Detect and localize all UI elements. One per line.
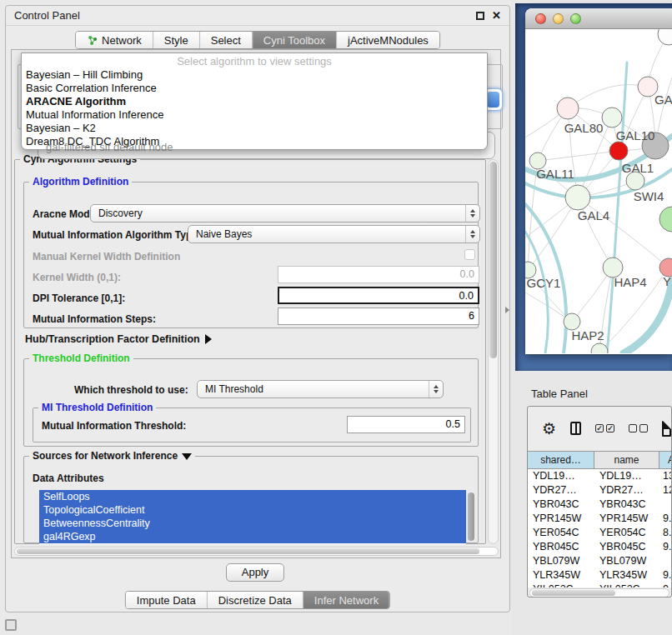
aracne-mode-value: Discovery <box>98 208 143 219</box>
tab-network[interactable]: Network <box>76 32 153 48</box>
data-attributes-label: Data Attributes <box>33 472 104 484</box>
network-node[interactable] <box>565 185 590 210</box>
close-icon[interactable]: ✕ <box>492 12 501 20</box>
table-row[interactable]: YBR045CYBR045C9. <box>528 540 672 554</box>
manual-kernel-checkbox[interactable] <box>464 249 475 260</box>
table-cell: YER054C <box>594 526 659 540</box>
network-edge[interactable] <box>528 198 578 270</box>
select-all-columns-icon[interactable]: ✓✓ <box>595 424 614 432</box>
data-attributes-list: SelfLoopsTopologicalCoefficientBetweenne… <box>39 490 466 544</box>
dpi-tolerance-field[interactable]: 0.0 <box>278 287 479 304</box>
scrollbar-thumb[interactable] <box>532 590 615 596</box>
kernel-width-label: Kernel Width (0,1): <box>33 272 121 283</box>
algorithm-option[interactable]: Bayesian – Hill Climbing <box>22 68 487 82</box>
mi-threshold-group-title: MI Threshold Definition <box>38 402 156 413</box>
table-row[interactable]: YBL079WYBL079W <box>528 554 672 568</box>
panel-collapse-handle[interactable] <box>505 307 509 313</box>
attribute-list-item[interactable]: gal4RGexp <box>39 530 466 543</box>
kernel-width-field[interactable]: 0.0 <box>278 266 479 283</box>
network-node[interactable] <box>564 313 580 330</box>
network-node[interactable] <box>557 98 579 119</box>
table-row[interactable]: YDR27…YDR27…12 <box>528 483 672 498</box>
aracne-mode-combobox[interactable]: Discovery <box>90 204 480 222</box>
zoom-traffic-light-icon[interactable] <box>570 13 581 24</box>
tab-label: Select <box>211 34 241 47</box>
column-header[interactable]: shared… <box>528 452 594 468</box>
tab-select[interactable]: Select <box>199 32 252 48</box>
collapsed-panel-icon[interactable] <box>5 619 17 631</box>
table-cell: YPR145W <box>594 512 659 526</box>
tab-cyni-toolbox[interactable]: Cyni Toolbox <box>252 32 336 48</box>
which-threshold-combobox[interactable]: MI Threshold <box>197 380 444 398</box>
tab-label: jActiveMNodules <box>348 34 429 47</box>
hub-definition-toggle[interactable]: Hub/Transcription Factor Definition <box>25 333 212 345</box>
table-row[interactable]: YLR345WYLR345W9. <box>528 568 672 582</box>
apply-button[interactable]: Apply <box>226 563 284 582</box>
table-cell: 9. <box>659 540 672 554</box>
settings-horizontal-scrollbar[interactable] <box>14 547 499 556</box>
tab-label: Impute Data <box>137 594 196 607</box>
network-node[interactable] <box>602 108 622 128</box>
tab-discretize-data[interactable]: Discretize Data <box>207 592 303 608</box>
algorithm-option[interactable]: ARACNE Algorithm <box>22 95 487 108</box>
network-edge-highlighted[interactable] <box>624 281 672 353</box>
table-cell: YLR345W <box>594 568 659 582</box>
sources-group: Sources for Network Inference Data Attri… <box>23 456 479 543</box>
network-graph[interactable]: GAL80GAL10GALGAL1GAL11SWI4GAL4GCY1HAP4YH… <box>525 29 672 353</box>
mi-threshold-label: Mutual Information Threshold: <box>42 420 186 432</box>
network-node[interactable] <box>659 207 672 232</box>
columns-icon[interactable] <box>570 422 581 435</box>
network-edge[interactable] <box>568 84 648 108</box>
table-panel-title: Table Panel <box>531 388 588 400</box>
tab-infer-network[interactable]: Infer Network <box>303 592 389 608</box>
tab-label: Cyni Toolbox <box>263 34 325 47</box>
algorithm-option[interactable]: Basic Correlation Inference <box>22 82 487 95</box>
attribute-list-item[interactable]: SelfLoops <box>39 490 466 503</box>
mi-threshold-field[interactable]: 0.5 <box>347 416 465 433</box>
export-table-icon[interactable] <box>662 421 671 437</box>
table-cell: YIL052C <box>594 582 659 588</box>
deselect-all-columns-icon[interactable] <box>629 424 648 432</box>
network-node[interactable] <box>609 142 628 160</box>
attribute-list-item[interactable]: BetweennessCentrality <box>39 517 466 530</box>
network-view-window: GAL80GAL10GALGAL1GAL11SWI4GAL4GCY1HAP4YH… <box>525 8 672 354</box>
tab-jactivemnodules[interactable]: jActiveMNodules <box>336 32 439 48</box>
tab-impute-data[interactable]: Impute Data <box>126 592 207 608</box>
float-window-icon[interactable] <box>476 12 484 20</box>
settings-vertical-scrollbar[interactable] <box>488 159 499 544</box>
mi-type-value: Naive Bayes <box>196 228 252 240</box>
attribute-list-item[interactable]: TopologicalCoefficient <box>39 503 466 517</box>
scrollbar-thumb[interactable] <box>489 162 497 358</box>
column-header[interactable]: A <box>659 452 672 468</box>
column-header[interactable]: name <box>594 452 659 468</box>
table-row[interactable]: YIL052CYIL052C9 <box>528 582 672 588</box>
algorithm-option[interactable]: Mutual Information Inference <box>22 108 487 122</box>
table-horizontal-scrollbar[interactable] <box>529 588 669 598</box>
close-traffic-light-icon[interactable] <box>535 13 546 24</box>
mi-steps-field[interactable]: 6 <box>278 308 479 325</box>
mi-type-combobox[interactable]: Naive Bayes <box>188 225 480 243</box>
minimize-traffic-light-icon[interactable] <box>553 13 564 24</box>
table-cell: 9. <box>659 512 672 526</box>
tab-style[interactable]: Style <box>153 32 199 48</box>
combo-stepper-icon <box>465 205 479 222</box>
sources-group-title[interactable]: Sources for Network Inference <box>29 450 195 462</box>
network-node[interactable] <box>591 343 608 353</box>
table-cell: YDR27… <box>528 483 594 498</box>
table-cell: YBL079W <box>528 554 594 568</box>
table-row[interactable]: YBR043CYBR043C <box>528 498 672 512</box>
table-row[interactable]: YPR145WYPR145W9. <box>528 512 672 526</box>
table-row[interactable]: YDL19…YDL19…13 <box>528 469 672 483</box>
algorithm-option[interactable]: Bayesian – K2 <box>22 122 487 135</box>
attribute-list-scrollbar[interactable] <box>468 492 474 541</box>
network-edge[interactable] <box>538 151 619 161</box>
table-row[interactable]: YER054CYER054C8. <box>528 526 672 540</box>
scrollbar-thumb[interactable] <box>17 548 479 554</box>
network-edge-highlighted[interactable] <box>607 62 627 353</box>
network-node[interactable] <box>658 29 672 45</box>
combo-stepper-icon <box>465 226 479 242</box>
node-label: HAP2 <box>571 328 604 342</box>
table-cell: YBR043C <box>594 498 659 512</box>
gear-icon[interactable]: ⚙ <box>542 421 556 437</box>
network-canvas[interactable]: GAL80GAL10GALGAL1GAL11SWI4GAL4GCY1HAP4YH… <box>525 29 672 353</box>
